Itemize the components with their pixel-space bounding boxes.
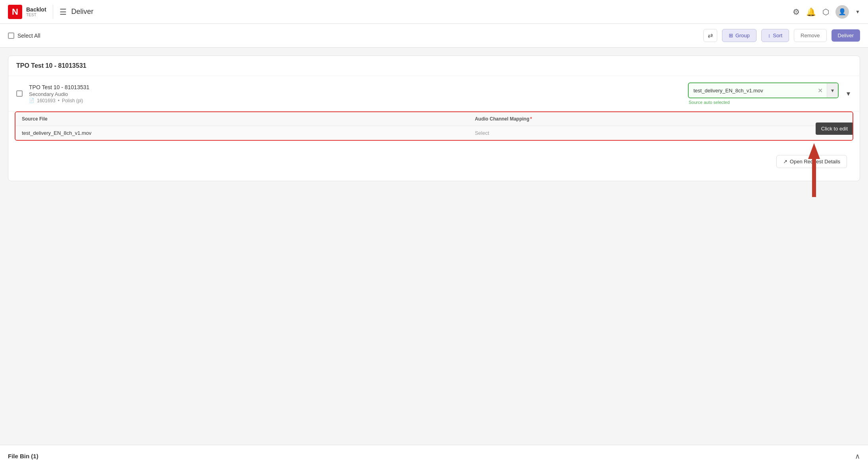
arrow-annotation-area [8,147,860,197]
select-all-checkbox[interactable] [8,33,14,39]
source-auto-selected-label: Source auto selected [689,100,839,105]
avatar-dropdown-button[interactable]: ▼ [855,9,860,15]
external-link-icon-button[interactable]: ⬡ [822,7,829,17]
item-subtitle: Secondary Audio [29,91,682,97]
source-clear-button[interactable]: ✕ [814,87,827,94]
deliver-button[interactable]: Deliver [832,29,860,42]
row-source-file: test_delivery_EN_8ch_v1.mov [22,130,92,136]
logo-area: N Backlot TEST [8,5,46,19]
app-name-main: Backlot [26,6,46,13]
settings-icon-button[interactable]: ⚙ [793,7,800,17]
item-info: TPO Test 10 - 81013531 Secondary Audio 📄… [29,84,682,103]
logo-letter: N [12,8,18,16]
col-source-file-header: Source File [15,112,469,126]
col-audio-mapping-header: Audio Channel Mapping* [469,112,853,126]
sort-button[interactable]: ↕ Sort [761,29,789,42]
source-dropdown-button[interactable]: ▾ [827,83,838,98]
file-icon: 📄 [29,98,35,103]
select-all-wrapper[interactable]: Select All [8,33,40,39]
group-button[interactable]: ⊞ Group [722,29,757,42]
table-header-row: Source File Audio Channel Mapping* [15,112,853,126]
filter-icon-button[interactable]: ⇄ [703,29,717,42]
item-checkbox[interactable] [16,90,23,97]
audio-channel-table-wrapper: Click to edit Source File Audio Channel … [15,111,853,141]
header-divider [53,5,53,19]
select-all-label: Select All [17,33,40,39]
item-row: TPO Test 10 - 81013531 Secondary Audio 📄… [8,76,860,111]
item-separator: • [58,98,60,103]
sort-label: Sort [773,33,782,38]
svg-marker-1 [808,143,820,159]
item-language: Polish (pl) [62,98,83,103]
item-title: TPO Test 10 - 81013531 [29,84,682,90]
red-arrow-svg [808,143,820,197]
app-env-label: TEST [26,13,46,17]
item-expand-button[interactable]: ▾ [845,88,852,100]
sort-icon: ↕ [768,33,771,38]
table-row: test_delivery_EN_8ch_v1.mov Select ▾ [15,126,853,140]
page-title: Deliver [71,8,94,16]
remove-button[interactable]: Remove [794,29,826,42]
source-file-cell: test_delivery_EN_8ch_v1.mov [15,126,469,140]
audio-channel-table: Source File Audio Channel Mapping* test_… [15,112,853,140]
required-star: * [530,116,532,122]
group-label: Group [735,33,750,38]
remove-label: Remove [801,33,820,38]
notifications-icon-button[interactable]: 🔔 [806,7,816,17]
header-right-icons: ⚙ 🔔 ⬡ 👤 ▼ [793,5,860,19]
deliver-label: Deliver [838,33,854,38]
audio-mapping-cell[interactable]: Select ▾ [469,126,853,140]
item-meta: 📄 1601693 • Polish (pl) [29,98,682,103]
svg-rect-0 [812,155,816,197]
click-to-edit-tooltip: Click to edit [816,122,853,135]
main-content: TPO Test 10 - 81013531 TPO Test 10 - 810… [0,48,868,197]
main-toolbar: Select All ⇄ ⊞ Group ↕ Sort Remove Deliv… [0,24,868,48]
hamburger-menu-button[interactable]: ☰ [60,7,67,17]
source-selector-wrapper: test_delivery_EN_8ch_v1.mov ✕ ▾ Source a… [688,82,839,105]
source-file-text: test_delivery_EN_8ch_v1.mov [689,88,814,94]
group-card: TPO Test 10 - 81013531 TPO Test 10 - 810… [8,56,860,181]
click-to-edit-text: Click to edit [821,126,848,132]
logo-box: N [8,5,22,19]
audio-select-control[interactable]: Select ▾ [475,130,846,136]
item-id: 1601693 [37,98,56,103]
source-selector[interactable]: test_delivery_EN_8ch_v1.mov ✕ ▾ [688,82,839,98]
app-name-block: Backlot TEST [26,6,46,17]
group-title: TPO Test 10 - 81013531 [8,56,860,76]
group-icon: ⊞ [729,33,733,38]
audio-select-placeholder: Select [475,130,489,136]
avatar[interactable]: 👤 [835,5,849,19]
app-header: N Backlot TEST ☰ Deliver ⚙ 🔔 ⬡ 👤 ▼ [0,0,868,24]
